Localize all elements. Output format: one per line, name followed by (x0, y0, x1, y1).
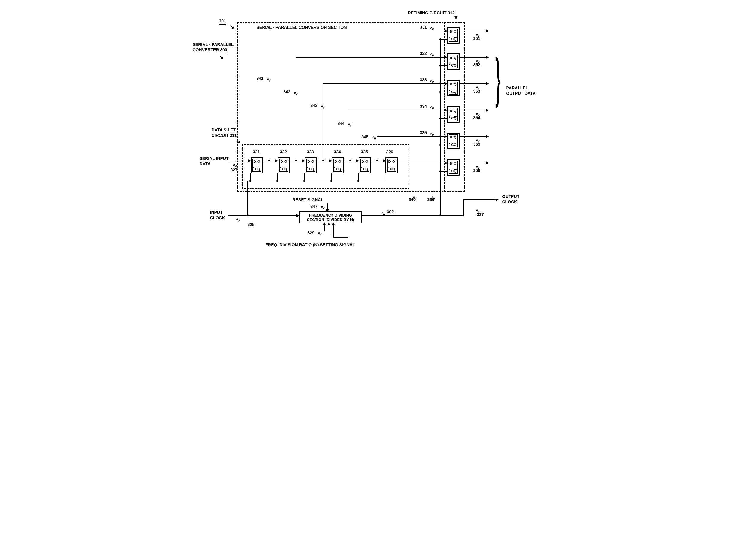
label-345: 345 (362, 134, 368, 139)
flipflop-324: DQCQ (332, 157, 344, 173)
line-out-352 (460, 57, 488, 58)
squiggle-353: ∿ (475, 85, 480, 91)
label-323: 323 (307, 149, 314, 154)
arrow-ratio-3 (332, 222, 335, 225)
label-327: 327 (231, 167, 237, 172)
dot-clk336t (439, 170, 441, 172)
squiggle-343: ∿ (320, 103, 325, 110)
line-ratio-h (333, 237, 348, 237)
label-retiming-circuit: RETIMING CIRCUIT 312 (408, 10, 455, 15)
dot-clk334t (439, 118, 441, 119)
line-345v (377, 136, 377, 161)
arrow-354 (486, 109, 489, 112)
line-302 (362, 215, 463, 216)
squiggle-344: ∿ (347, 121, 352, 128)
flipflop-336: DQCQ (447, 159, 460, 175)
label-parallel-l2: OUTPUT DATA (506, 91, 536, 96)
line-343h (323, 83, 446, 84)
line-341h (269, 31, 446, 31)
label-324: 324 (334, 149, 341, 154)
arrow-352 (486, 56, 489, 59)
flipflop-333: DQCQ (447, 80, 460, 96)
line-outclk-v (463, 199, 464, 216)
line-q326-d336 (398, 163, 446, 163)
squiggle-332: ∿ (430, 52, 434, 58)
dot-clk332t (439, 65, 441, 67)
line-out-354 (460, 110, 488, 110)
label-335: 335 (420, 130, 427, 135)
squiggle-336: ∿ (431, 195, 436, 201)
arrow-331 (445, 29, 448, 32)
dot-clk324 (330, 180, 332, 182)
label-328: 328 (248, 222, 254, 227)
label-converter-line1: SERIAL - PARALLEL (193, 42, 234, 47)
flipflop-323: DQCQ (305, 157, 317, 173)
squiggle-331: ∿ (430, 25, 434, 32)
label-input-clock-l2: CLOCK (210, 215, 225, 220)
dot-clk335t (439, 144, 441, 146)
freq-box-line1: FREQUENCY DIVIDING (302, 213, 359, 217)
label-output-clock-l1: OUTPUT (502, 194, 520, 199)
line-342v (296, 57, 296, 161)
line-out-353 (460, 83, 488, 84)
dot-clk331t (439, 38, 441, 40)
arrow-323 (302, 159, 305, 162)
squiggle-352: ∿ (475, 58, 480, 65)
squiggle-355: ∿ (475, 137, 480, 144)
flipflop-321: DQCQ (251, 157, 263, 173)
squiggle-328: ∿ (236, 216, 240, 223)
brace-parallel-output: } (495, 51, 501, 105)
label-341: 341 (257, 76, 263, 81)
arrow-351 (486, 29, 489, 32)
squiggle-356: ∿ (475, 164, 480, 170)
dot-clk325 (357, 180, 359, 182)
flipflop-335: DQCQ (447, 133, 460, 149)
label-325: 325 (361, 149, 368, 154)
squiggle-337: ∿ (475, 207, 480, 214)
line-serial-data-in (230, 160, 251, 161)
arrow-ratio-1 (323, 222, 326, 225)
label-322: 322 (280, 149, 287, 154)
label-331: 331 (420, 25, 427, 29)
squiggle-301: ↘ (230, 23, 234, 30)
squiggle-342: ∿ (293, 90, 298, 97)
dot-clk333t (439, 91, 441, 93)
arrow-333 (445, 82, 448, 85)
line-343v (323, 83, 323, 161)
label-reset: RESET SIGNAL (293, 197, 323, 202)
label-conversion-section: SERIAL - PARALLEL CONVERSION SECTION (257, 25, 347, 30)
label-332: 332 (420, 51, 427, 56)
label-329: 329 (308, 230, 314, 235)
label-342: 342 (284, 89, 290, 94)
squiggle-341: ∿ (266, 76, 271, 83)
line-clk-vin (247, 180, 248, 216)
label-output-clock-l2: CLOCK (502, 199, 517, 204)
dot-clk322 (276, 180, 278, 182)
label-converter-line2: CONVERTER 300 (193, 47, 227, 52)
arrow-serial-in (248, 159, 251, 162)
arrow-retiming (454, 16, 457, 19)
label-serial-input-l2: DATA (200, 161, 211, 166)
arrow-output-clock (496, 198, 499, 201)
label-321: 321 (253, 149, 260, 154)
label-data-shift-l1: DATA SHIFT (212, 127, 236, 132)
label-input-clock-l1: INPUT (210, 210, 223, 215)
arrow-356 (486, 161, 489, 164)
label-serial-input-l1: SERIAL INPUT (200, 156, 229, 161)
line-341v (269, 31, 269, 161)
line-out-355 (460, 136, 488, 137)
line-outclk-h (463, 199, 498, 200)
dot-clk321 (249, 180, 251, 182)
label-333: 333 (420, 77, 427, 82)
flipflop-325: DQCQ (359, 157, 371, 173)
squiggle-354: ∿ (475, 111, 480, 118)
line-clk-326 (385, 173, 385, 181)
flipflop-331: DQCQ (447, 27, 460, 43)
label-347: 347 (311, 204, 317, 209)
line-344v (350, 110, 350, 161)
squiggle-333: ∿ (430, 78, 434, 85)
squiggle-347: ∿ (320, 204, 325, 210)
arrow-325 (356, 159, 359, 162)
flipflop-334: DQCQ (447, 106, 460, 123)
squiggle-300: ↘ (219, 54, 224, 61)
